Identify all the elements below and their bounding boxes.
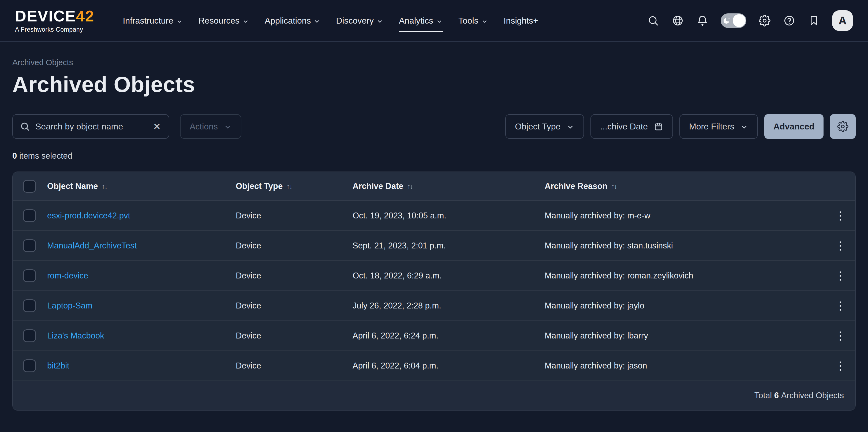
row-actions-kebab-icon[interactable]: ⋮ (831, 359, 850, 372)
row-checkbox[interactable] (23, 209, 36, 222)
column-header-archive-date[interactable]: Archive Date ↑↓ (352, 181, 545, 191)
archive-reason-cell: Manually archived by: stan.tusinski (545, 241, 826, 251)
object-name-link[interactable]: rom-device (47, 271, 88, 280)
nav-item-label: Discovery (336, 16, 373, 26)
more-filters-button[interactable]: More Filters (679, 114, 758, 139)
nav-utility-area: A (647, 10, 853, 31)
nav-item-discovery[interactable]: Discovery (330, 11, 389, 31)
object-name-link[interactable]: esxi-prod.device42.pvt (47, 211, 130, 220)
row-actions-kebab-icon[interactable]: ⋮ (831, 329, 850, 342)
select-all-checkbox[interactable] (23, 180, 36, 193)
search-input[interactable] (35, 122, 147, 131)
object-type-cell: Device (236, 331, 352, 341)
advanced-button[interactable]: Advanced (764, 114, 824, 139)
chevron-down-icon (566, 123, 575, 131)
archive-date-cell: July 26, 2022, 2:28 p.m. (352, 301, 545, 311)
search-icon[interactable] (647, 14, 659, 27)
top-navigation-bar: DEVICE42 A Freshworks Company Infrastruc… (0, 0, 868, 42)
selected-text: items selected (19, 151, 72, 160)
clear-search-icon[interactable]: ✕ (152, 121, 162, 132)
toggle-knob (733, 14, 746, 27)
archive-date-cell: Sept. 21, 2023, 2:01 p.m. (352, 241, 545, 251)
table-row: Laptop-Sam Device July 26, 2022, 2:28 p.… (13, 290, 855, 320)
table-row: bit2bit Device April 6, 2022, 6:04 p.m. … (13, 350, 855, 380)
globe-icon[interactable] (671, 14, 684, 27)
row-actions-kebab-icon[interactable]: ⋮ (831, 239, 850, 252)
chevron-down-icon (176, 18, 183, 25)
archive-date-cell: April 6, 2022, 6:04 p.m. (352, 361, 545, 371)
nav-item-insights[interactable]: Insights+ (498, 11, 544, 31)
object-type-cell: Device (236, 361, 352, 371)
actions-button[interactable]: Actions (180, 114, 241, 139)
column-header-object-type[interactable]: Object Type ↑↓ (236, 181, 352, 191)
nav-item-infrastructure[interactable]: Infrastructure (117, 11, 189, 31)
row-checkbox[interactable] (23, 359, 36, 372)
object-type-filter-label: Object Type (515, 122, 560, 131)
calendar-icon (654, 122, 663, 131)
row-actions-kebab-icon[interactable]: ⋮ (831, 209, 850, 222)
sort-icon[interactable]: ↑↓ (611, 182, 616, 190)
archive-date-filter-label: ...chive Date (600, 122, 648, 131)
table-body: esxi-prod.device42.pvt Device Oct. 19, 2… (13, 200, 855, 380)
chevron-down-icon (481, 18, 488, 25)
more-filters-label: More Filters (689, 122, 734, 131)
breadcrumb: Archived Objects (12, 58, 856, 67)
notifications-bell-icon[interactable] (696, 14, 709, 27)
help-icon[interactable] (783, 14, 796, 27)
table-footer: Total 6 Archived Objects (13, 380, 855, 410)
sort-icon[interactable]: ↑↓ (102, 182, 107, 190)
object-name-link[interactable]: Laptop-Sam (47, 301, 92, 310)
settings-gear-icon[interactable] (758, 14, 771, 27)
chevron-down-icon (242, 18, 249, 25)
theme-toggle[interactable] (721, 13, 746, 28)
search-box: ✕ (12, 114, 169, 139)
archive-reason-cell: Manually archived by: lbarry (545, 331, 826, 341)
selection-status: 0 items selected (12, 151, 856, 161)
actions-button-label: Actions (190, 122, 218, 131)
archive-reason-cell: Manually archived by: roman.zeylikovich (545, 271, 826, 281)
row-actions-kebab-icon[interactable]: ⋮ (831, 299, 850, 312)
object-type-filter[interactable]: Object Type (505, 114, 584, 139)
nav-item-applications[interactable]: Applications (259, 11, 327, 31)
nav-item-tools[interactable]: Tools (453, 11, 494, 31)
object-name-link[interactable]: bit2bit (47, 361, 69, 370)
nav-item-analytics[interactable]: Analytics (393, 11, 449, 31)
chevron-down-icon (740, 123, 748, 131)
logo-text-accent: 42 (76, 7, 95, 25)
archive-reason-cell: Manually archived by: m-e-w (545, 211, 826, 221)
chevron-down-icon (224, 123, 232, 131)
gear-icon (837, 121, 848, 132)
nav-item-label: Analytics (399, 16, 433, 26)
row-checkbox[interactable] (23, 269, 36, 282)
nav-item-resources[interactable]: Resources (193, 11, 255, 31)
table-row: rom-device Device Oct. 18, 2022, 6:29 a.… (13, 260, 855, 290)
object-name-link[interactable]: ManualAdd_ArchiveTest (47, 241, 136, 250)
user-avatar[interactable]: A (832, 10, 853, 31)
table-row: esxi-prod.device42.pvt Device Oct. 19, 2… (13, 200, 855, 230)
chevron-down-icon (313, 18, 320, 25)
row-checkbox[interactable] (23, 299, 36, 312)
archive-date-cell: Oct. 18, 2022, 6:29 a.m. (352, 271, 545, 281)
nav-item-label: Resources (198, 16, 240, 26)
sort-icon[interactable]: ↑↓ (286, 182, 292, 190)
archive-reason-cell: Manually archived by: jason (545, 361, 826, 371)
table-header-row: Object Name ↑↓ Object Type ↑↓ Archive Da… (13, 172, 855, 200)
total-suffix: Archived Objects (781, 391, 844, 400)
device42-logo[interactable]: DEVICE42 A Freshworks Company (15, 8, 94, 33)
archive-date-filter[interactable]: ...chive Date (590, 114, 673, 139)
nav-item-label: Infrastructure (123, 16, 173, 26)
bookmark-icon[interactable] (807, 14, 820, 27)
sort-icon[interactable]: ↑↓ (407, 182, 412, 190)
row-checkbox[interactable] (23, 329, 36, 342)
object-name-link[interactable]: Liza's Macbook (47, 331, 104, 340)
row-checkbox[interactable] (23, 239, 36, 252)
archive-reason-cell: Manually archived by: jaylo (545, 301, 826, 311)
table-settings-button[interactable] (830, 114, 856, 139)
table-row: Liza's Macbook Device April 6, 2022, 6:2… (13, 320, 855, 350)
chevron-down-icon (436, 18, 443, 25)
row-actions-kebab-icon[interactable]: ⋮ (831, 269, 850, 282)
column-header-archive-reason[interactable]: Archive Reason ↑↓ (545, 181, 826, 191)
total-count: 6 (774, 391, 779, 400)
column-header-object-name[interactable]: Object Name ↑↓ (47, 181, 236, 191)
object-type-cell: Device (236, 211, 352, 221)
